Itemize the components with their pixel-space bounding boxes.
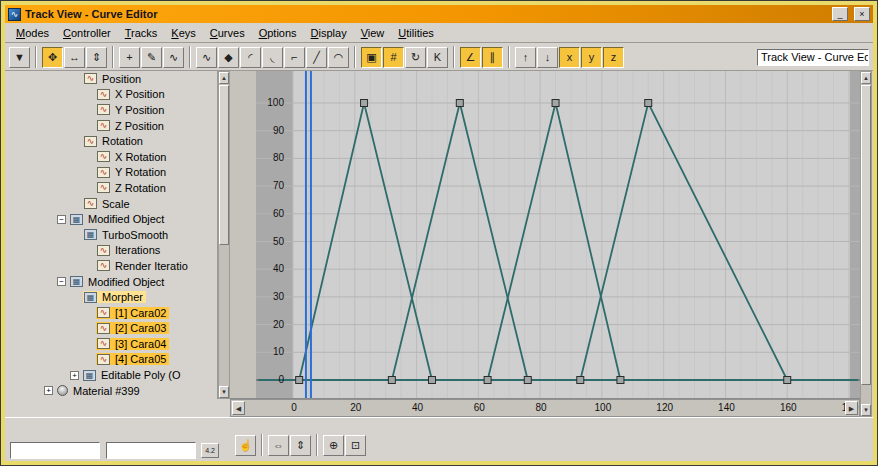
track-icon: ∿ bbox=[97, 182, 110, 193]
scroll-up-icon[interactable]: ▲ bbox=[861, 72, 871, 84]
filters-button[interactable]: ▼ bbox=[9, 47, 30, 68]
curve-plot-svg[interactable] bbox=[230, 71, 860, 399]
collapse-icon[interactable]: − bbox=[57, 277, 66, 286]
move-keys-button[interactable]: ✥ bbox=[42, 47, 63, 68]
lock-tangents-button[interactable]: ∥ bbox=[482, 47, 503, 68]
title-bar[interactable]: ∿ Track View - Curve Editor _ × bbox=[5, 5, 873, 23]
key-marker[interactable] bbox=[577, 377, 584, 384]
show-keyable-button[interactable]: K bbox=[427, 47, 448, 68]
time-ruler[interactable]: 020406080100120140160180 ◀ ▶ bbox=[230, 399, 860, 417]
key-marker[interactable] bbox=[484, 377, 491, 384]
tangent-step-button[interactable]: ⌐ bbox=[284, 47, 305, 68]
tree-item-4-cara05[interactable]: ∿[4] Cara05 bbox=[5, 352, 217, 368]
tree-item-rotation[interactable]: ∿Rotation bbox=[5, 133, 217, 149]
tree-item-1-cara02[interactable]: ∿[1] Cara02 bbox=[5, 305, 217, 321]
move-keys-down-button[interactable]: ↓ bbox=[537, 47, 558, 68]
tree-scrollbar-thumb[interactable] bbox=[219, 85, 229, 245]
key-value-field[interactable] bbox=[106, 442, 196, 459]
lock-selection-button[interactable]: ▣ bbox=[361, 47, 382, 68]
expand-icon[interactable]: + bbox=[44, 386, 53, 395]
tree-item-y-rotation[interactable]: ∿Y Rotation bbox=[5, 165, 217, 181]
pan-hand-button[interactable]: ☝ bbox=[235, 435, 256, 456]
tangent-smooth-button[interactable]: ◠ bbox=[328, 47, 349, 68]
show-tangents-button[interactable]: ∠ bbox=[460, 47, 481, 68]
move-keys-up-button[interactable]: ↑ bbox=[515, 47, 536, 68]
add-keys-button[interactable]: + bbox=[119, 47, 140, 68]
zoom-value-extents-button[interactable]: ⇕ bbox=[290, 435, 311, 456]
scroll-down-icon[interactable]: ▼ bbox=[861, 404, 871, 416]
lock-y-axis-button[interactable]: y bbox=[581, 47, 602, 68]
tree-item-morpher[interactable]: ▦Morpher bbox=[5, 289, 217, 305]
tangent-slow-button[interactable]: ◟ bbox=[262, 47, 283, 68]
menu-options[interactable]: Options bbox=[252, 25, 304, 41]
collapse-icon[interactable]: − bbox=[57, 215, 66, 224]
key-marker[interactable] bbox=[552, 100, 559, 107]
value-axis-label: 40 bbox=[236, 263, 284, 274]
menu-modes[interactable]: Modes bbox=[9, 25, 56, 41]
key-marker[interactable] bbox=[361, 100, 368, 107]
key-stats-button[interactable]: 4.2 bbox=[201, 443, 219, 458]
key-time-field[interactable] bbox=[10, 442, 100, 459]
tree-item-modified-object[interactable]: −▦Modified Object bbox=[5, 274, 217, 290]
tangent-fast-button[interactable]: ◜ bbox=[240, 47, 261, 68]
menu-curves[interactable]: Curves bbox=[203, 25, 252, 41]
curve-plot[interactable]: 0102030405060708090100 bbox=[230, 71, 860, 399]
time-axis-label: 120 bbox=[656, 402, 673, 413]
key-marker[interactable] bbox=[296, 377, 303, 384]
trackview-name-field[interactable]: Track View - Curve Edit bbox=[757, 49, 869, 66]
slide-keys-button[interactable]: ↔ bbox=[64, 47, 85, 68]
expand-icon[interactable]: + bbox=[70, 371, 79, 380]
zoom-horizontal-extents-button[interactable]: ⇔ bbox=[268, 435, 289, 456]
lock-x-axis-button[interactable]: x bbox=[559, 47, 580, 68]
chart-scrollbar[interactable]: ▲ ▼ bbox=[860, 71, 872, 417]
key-marker[interactable] bbox=[456, 100, 463, 107]
tree-item-2-cara03[interactable]: ∿[2] Cara03 bbox=[5, 321, 217, 337]
key-marker[interactable] bbox=[388, 377, 395, 384]
menu-keys[interactable]: Keys bbox=[164, 25, 202, 41]
zoom-region-button[interactable]: ⊡ bbox=[345, 435, 366, 456]
tree-item-scale[interactable]: ∿Scale bbox=[5, 196, 217, 212]
reduce-keys-button[interactable]: ∿ bbox=[163, 47, 184, 68]
tangent-auto-button[interactable]: ∿ bbox=[196, 47, 217, 68]
tree-item-x-rotation[interactable]: ∿X Rotation bbox=[5, 149, 217, 165]
tree-item-material-399[interactable]: +Material #399 bbox=[5, 383, 217, 399]
ruler-left-arrow[interactable]: ◀ bbox=[232, 401, 245, 415]
menu-tracks[interactable]: Tracks bbox=[118, 25, 165, 41]
scale-keys-button[interactable]: ⇕ bbox=[86, 47, 107, 68]
tree-item-modified-object[interactable]: −▦Modified Object bbox=[5, 211, 217, 227]
key-marker[interactable] bbox=[429, 377, 436, 384]
tree-scrollbar[interactable]: ▲ ▼ bbox=[218, 71, 230, 399]
tangent-linear-button[interactable]: ╱ bbox=[306, 47, 327, 68]
tree-item-editable-poly-o[interactable]: +▦Editable Poly (O bbox=[5, 367, 217, 383]
scroll-up-icon[interactable]: ▲ bbox=[219, 72, 229, 84]
minimize-button[interactable]: _ bbox=[832, 7, 848, 21]
menu-utilities[interactable]: Utilities bbox=[391, 25, 440, 41]
tree-item-turbosmooth[interactable]: ▦TurboSmooth bbox=[5, 227, 217, 243]
ruler-right-arrow[interactable]: ▶ bbox=[845, 401, 858, 415]
draw-curves-button[interactable]: ✎ bbox=[141, 47, 162, 68]
key-marker[interactable] bbox=[645, 100, 652, 107]
lock-z-axis-button[interactable]: z bbox=[603, 47, 624, 68]
tree-item-z-rotation[interactable]: ∿Z Rotation bbox=[5, 180, 217, 196]
key-marker[interactable] bbox=[524, 377, 531, 384]
chart-scrollbar-thumb[interactable] bbox=[861, 85, 871, 385]
time-axis-label: 20 bbox=[350, 402, 361, 413]
key-marker[interactable] bbox=[784, 377, 791, 384]
key-marker[interactable] bbox=[617, 377, 624, 384]
tree-item-position[interactable]: ∿Position bbox=[5, 71, 217, 87]
snap-frames-button[interactable]: # bbox=[383, 47, 404, 68]
tree-item-3-cara04[interactable]: ∿[3] Cara04 bbox=[5, 336, 217, 352]
close-button[interactable]: × bbox=[854, 7, 870, 21]
tree-item-render-iteratio[interactable]: ∿Render Iteratio bbox=[5, 258, 217, 274]
param-out-of-range-button[interactable]: ↻ bbox=[405, 47, 426, 68]
menu-view[interactable]: View bbox=[354, 25, 392, 41]
tree-item-iterations[interactable]: ∿Iterations bbox=[5, 243, 217, 259]
scroll-down-icon[interactable]: ▼ bbox=[219, 386, 229, 398]
tangent-custom-button[interactable]: ◆ bbox=[218, 47, 239, 68]
tree-item-x-position[interactable]: ∿X Position bbox=[5, 87, 217, 103]
menu-display[interactable]: Display bbox=[304, 25, 354, 41]
tree-item-y-position[interactable]: ∿Y Position bbox=[5, 102, 217, 118]
zoom-button[interactable]: ⊕ bbox=[323, 435, 344, 456]
tree-item-z-position[interactable]: ∿Z Position bbox=[5, 118, 217, 134]
menu-controller[interactable]: Controller bbox=[56, 25, 118, 41]
